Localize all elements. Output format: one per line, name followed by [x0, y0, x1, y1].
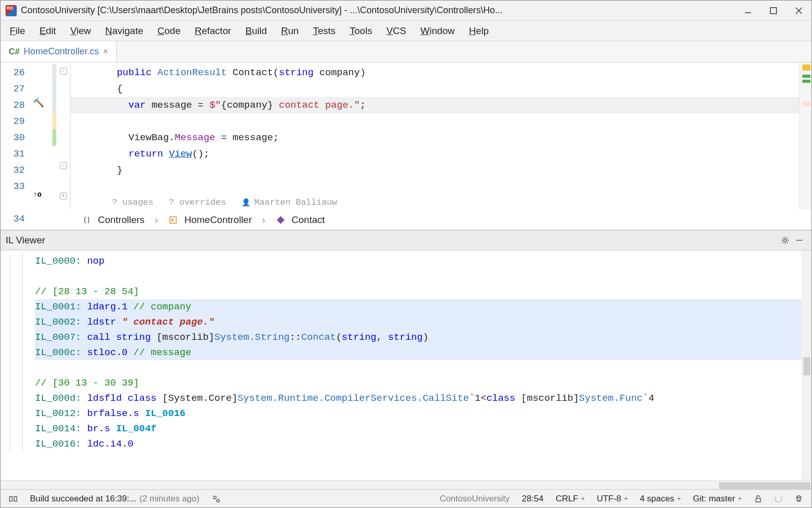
il-line[interactable]	[35, 269, 811, 284]
status-indicator-icon[interactable]	[5, 494, 22, 503]
il-line[interactable]	[35, 360, 811, 375]
il-line[interactable]: IL_0000: nop	[35, 253, 811, 269]
code-line[interactable]	[71, 178, 799, 195]
code-area[interactable]: public ActionResult Contact(string compa…	[71, 62, 799, 210]
code-line[interactable]: {	[71, 81, 799, 97]
line-separator[interactable]: CRLF ÷	[552, 494, 589, 504]
breadcrumb-item[interactable]: HomeController	[184, 214, 252, 226]
maximize-button[interactable]	[761, 1, 786, 21]
ok-marker[interactable]	[802, 80, 810, 83]
il-line[interactable]: // [28 13 - 28 54]	[35, 284, 811, 299]
minimize-button[interactable]	[735, 1, 761, 21]
il-line[interactable]: // [30 13 - 30 39]	[35, 375, 811, 391]
svg-point-11	[217, 499, 219, 501]
indent-setting[interactable]: 4 spaces ÷	[636, 494, 685, 504]
editor-tabs: C# HomeController.cs ×	[1, 41, 811, 62]
editor-tab[interactable]: C# HomeController.cs ×	[1, 41, 117, 62]
titlebar: ContosoUniversity [C:\Users\maart\Deskto…	[1, 1, 811, 21]
fold-toggle[interactable]: +	[60, 193, 67, 200]
menu-code[interactable]: Code	[150, 23, 187, 39]
project-name[interactable]: ContosoUniversity	[435, 494, 514, 504]
svg-point-6	[784, 239, 786, 241]
il-line[interactable]: IL_0016: ldc.i4.0	[35, 436, 811, 452]
svg-point-13	[797, 495, 801, 500]
close-button[interactable]	[786, 1, 811, 21]
menu-tools[interactable]: Tools	[343, 23, 379, 39]
il-line[interactable]: IL_0014: br.s IL_004f	[35, 421, 811, 436]
hammer-icon[interactable]: 🔨	[33, 97, 44, 108]
menu-tests[interactable]: Tests	[306, 23, 343, 39]
svg-rect-8	[10, 496, 12, 501]
breadcrumb: Controllers › HomeController › Contact	[1, 210, 811, 230]
il-viewer[interactable]: IL_0000: nop // [28 13 - 28 54]IL_0001: …	[1, 250, 811, 480]
lock-icon[interactable]	[750, 494, 767, 503]
warning-marker[interactable]	[802, 65, 810, 71]
chevron-right-icon: ›	[151, 214, 162, 226]
inspector-icon[interactable]	[790, 494, 807, 503]
menu-file[interactable]: File	[3, 23, 32, 39]
fold-toggle[interactable]: –	[60, 68, 67, 75]
il-line[interactable]: IL_000c: stloc.0 // message	[35, 345, 811, 360]
method-icon	[276, 215, 286, 225]
il-line[interactable]: IL_0012: brfalse.s IL_0016	[35, 406, 811, 421]
fold-toggle[interactable]: –	[60, 162, 67, 169]
breadcrumb-item[interactable]: Contact	[292, 214, 325, 226]
line-number-gutter: 2627282930313233 34	[1, 62, 30, 210]
code-line[interactable]: return View();	[71, 146, 799, 162]
fold-column: – – +	[58, 62, 71, 210]
menu-edit[interactable]: Edit	[32, 23, 63, 39]
breadcrumb-item[interactable]: Controllers	[98, 214, 145, 226]
menu-vcs[interactable]: VCS	[379, 23, 413, 39]
il-line[interactable]: IL_000d: ldsfld class [System.Core]Syste…	[35, 391, 811, 406]
menu-build[interactable]: Build	[239, 23, 274, 39]
svg-point-14	[797, 497, 798, 498]
build-status[interactable]: Build succeeded at 16:39:... (2 minutes …	[26, 494, 204, 504]
file-encoding[interactable]: UTF-8 ÷	[593, 494, 632, 504]
menu-view[interactable]: View	[63, 23, 98, 39]
caret-position[interactable]: 28:54	[518, 494, 548, 504]
tab-filename: HomeController.cs	[24, 46, 99, 57]
scrollbar-vertical[interactable]	[801, 250, 811, 480]
menu-help[interactable]: Help	[462, 23, 496, 39]
il-line[interactable]: IL_0001: ldarg.1 // company	[35, 299, 811, 314]
menu-refactor[interactable]: Refactor	[188, 23, 239, 39]
error-stripe[interactable]	[799, 62, 811, 210]
tool-window-title: IL Viewer	[6, 235, 45, 246]
code-line[interactable]: var message = $"{company} contact page."…	[71, 97, 799, 113]
svg-rect-9	[14, 496, 17, 501]
class-icon	[168, 215, 178, 225]
gear-icon[interactable]	[778, 233, 792, 247]
status-bar: Build succeeded at 16:39:... (2 minutes …	[1, 489, 811, 507]
progress-icon[interactable]	[771, 495, 786, 502]
build-settings-icon[interactable]	[208, 494, 225, 503]
svg-rect-4	[170, 216, 177, 223]
svg-point-10	[214, 496, 216, 498]
menu-navigate[interactable]: Navigate	[98, 23, 150, 39]
il-line[interactable]: IL_0002: ldstr " contact page."	[35, 314, 811, 330]
ok-marker[interactable]	[802, 75, 810, 78]
change-markers	[52, 62, 58, 210]
code-vision-hints[interactable]: ? usages ? overrides Maarten Balliauw	[71, 195, 799, 210]
code-line[interactable]	[71, 113, 799, 130]
close-icon[interactable]: ×	[103, 46, 109, 57]
override-icon[interactable]: ↑o	[33, 190, 42, 199]
namespace-icon	[82, 215, 92, 225]
file-type-icon: C#	[9, 47, 20, 57]
scrollbar-horizontal[interactable]	[1, 480, 811, 489]
window-title: ContosoUniversity [C:\Users\maart\Deskto…	[21, 5, 502, 16]
code-line[interactable]: ViewBag.Message = message;	[71, 130, 799, 146]
svg-rect-5	[277, 216, 284, 224]
menu-run[interactable]: Run	[274, 23, 306, 39]
code-editor[interactable]: 2627282930313233 34 🔨 ↑o – – + public Ac…	[1, 62, 811, 210]
menu-window[interactable]: Window	[413, 23, 462, 39]
window: ContosoUniversity [C:\Users\maart\Deskto…	[0, 0, 812, 508]
svg-rect-1	[770, 8, 776, 14]
tool-window-header: IL Viewer	[1, 230, 811, 250]
il-line[interactable]: IL_0007: call string [mscorlib]System.St…	[35, 330, 811, 345]
code-line[interactable]: public ActionResult Contact(string compa…	[71, 65, 799, 81]
soft-marker[interactable]	[802, 101, 810, 106]
minimize-tool-icon[interactable]	[792, 233, 806, 247]
chevron-right-icon: ›	[258, 214, 269, 226]
code-line[interactable]: }	[71, 162, 799, 178]
git-branch[interactable]: Git: master ÷	[689, 494, 746, 504]
